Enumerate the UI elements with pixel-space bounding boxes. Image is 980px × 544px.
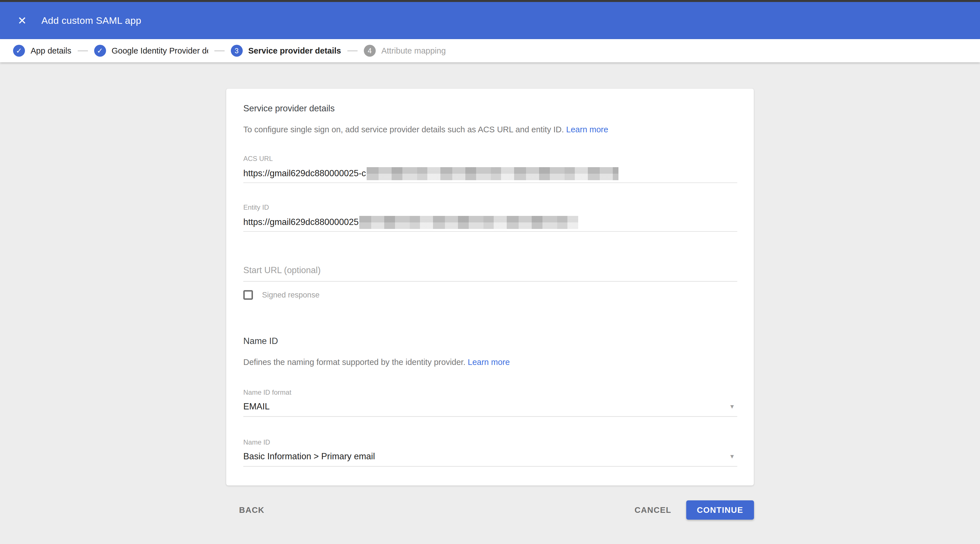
acs-url-label: ACS URL xyxy=(243,155,737,163)
acs-url-field: ACS URL https://gmail629dc880000025-c xyxy=(243,155,737,183)
step-connector xyxy=(347,51,358,51)
dialog-title: Add custom SAML app xyxy=(41,15,141,26)
step-attribute-mapping: 4 Attribute mapping xyxy=(364,45,446,57)
learn-more-link[interactable]: Learn more xyxy=(468,358,510,366)
signed-response-checkbox[interactable] xyxy=(243,290,253,300)
name-id-description-text: Defines the naming format supported by t… xyxy=(243,358,465,366)
start-url-field xyxy=(243,265,737,282)
dialog-appbar: ✕ Add custom SAML app xyxy=(0,2,980,39)
wizard-stepper: ✓ App details ✓ Google Identity Provider… xyxy=(0,39,980,62)
name-id-format-value: EMAIL xyxy=(243,401,729,412)
step-connector xyxy=(78,51,88,51)
step-connector xyxy=(215,51,224,51)
step-4-label: Attribute mapping xyxy=(382,46,446,56)
name-id-format-label: Name ID format xyxy=(243,389,737,397)
step-3-label: Service provider details xyxy=(248,46,341,56)
name-id-label: Name ID xyxy=(243,438,737,446)
name-id-section-description: Defines the naming format supported by t… xyxy=(243,358,737,367)
start-url-input[interactable] xyxy=(243,265,737,282)
step-google-idp-details[interactable]: ✓ Google Identity Provider details xyxy=(94,45,208,57)
step-app-details[interactable]: ✓ App details xyxy=(13,45,72,57)
back-button[interactable]: BACK xyxy=(236,501,267,519)
entity-id-value: https://gmail629dc880000025 xyxy=(243,217,359,227)
name-id-section-title: Name ID xyxy=(243,336,737,346)
continue-button[interactable]: CONTINUE xyxy=(686,500,754,520)
name-id-section: Name ID Defines the naming format suppor… xyxy=(243,336,737,367)
entity-id-input[interactable]: https://gmail629dc880000025 xyxy=(243,216,737,232)
browser-chrome-strip xyxy=(0,0,980,2)
signed-response-label: Signed response xyxy=(262,291,320,300)
step-2-check-circle: ✓ xyxy=(94,45,106,57)
entity-id-redaction-blur xyxy=(359,216,578,229)
step-3-number-circle: 3 xyxy=(231,45,243,57)
check-icon: ✓ xyxy=(97,47,103,54)
name-id-format-select[interactable]: EMAIL ▼ xyxy=(243,401,737,417)
section-description-text: To configure single sign on, add service… xyxy=(243,125,564,134)
entity-id-label: Entity ID xyxy=(243,203,737,211)
acs-url-value: https://gmail629dc880000025-c xyxy=(243,168,366,179)
section-description: To configure single sign on, add service… xyxy=(243,125,737,134)
service-provider-card: Service provider details To configure si… xyxy=(226,89,754,485)
entity-id-field: Entity ID https://gmail629dc880000025 xyxy=(243,203,737,232)
dialog-actions: BACK CANCEL CONTINUE xyxy=(226,500,754,520)
step-2-label: Google Identity Provider details xyxy=(112,46,208,56)
chevron-down-icon: ▼ xyxy=(729,403,737,410)
step-1-label: App details xyxy=(30,46,72,56)
cancel-button[interactable]: CANCEL xyxy=(632,501,674,519)
close-icon[interactable]: ✕ xyxy=(14,12,30,29)
step-1-check-circle: ✓ xyxy=(13,45,25,57)
acs-url-input[interactable]: https://gmail629dc880000025-c xyxy=(243,167,737,183)
name-id-value: Basic Information > Primary email xyxy=(243,451,729,462)
name-id-select[interactable]: Basic Information > Primary email ▼ xyxy=(243,451,737,467)
step-4-number-circle: 4 xyxy=(364,45,376,57)
check-icon: ✓ xyxy=(16,47,22,54)
signed-response-row: Signed response xyxy=(243,290,737,300)
dialog-body: Service provider details To configure si… xyxy=(0,62,980,520)
acs-url-redaction-blur xyxy=(367,167,619,180)
name-id-format-field: Name ID format EMAIL ▼ xyxy=(243,389,737,417)
step-service-provider-details[interactable]: 3 Service provider details xyxy=(231,45,341,57)
name-id-field: Name ID Basic Information > Primary emai… xyxy=(243,438,737,467)
chevron-down-icon: ▼ xyxy=(729,453,737,460)
learn-more-link[interactable]: Learn more xyxy=(566,125,608,134)
section-title: Service provider details xyxy=(243,103,737,114)
